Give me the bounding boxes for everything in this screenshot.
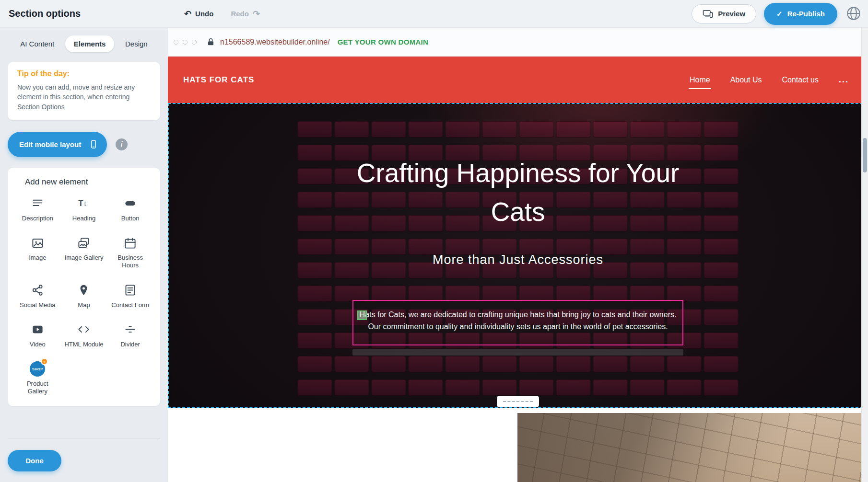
- hero-tile: [335, 262, 369, 278]
- hero-tile: [630, 262, 665, 278]
- tip-of-the-day-card: Tip of the day: Now you can add, move an…: [8, 62, 160, 120]
- element-map[interactable]: Map: [61, 283, 107, 309]
- preview-button[interactable]: Preview: [692, 4, 756, 23]
- element-button[interactable]: Button: [107, 196, 153, 222]
- scrollbar-track[interactable]: [861, 28, 868, 482]
- element-video[interactable]: Video: [14, 322, 61, 348]
- devices-icon: [703, 10, 713, 18]
- hero-tile: [446, 121, 480, 138]
- tab-design[interactable]: Design: [117, 35, 156, 52]
- hero-tile: [298, 379, 332, 396]
- mobile-layout-row: Edit mobile layout i: [8, 132, 160, 157]
- tip-title: Tip of the day:: [17, 69, 151, 78]
- site-url[interactable]: n1566589.websitebuilder.online/: [220, 38, 330, 46]
- hero-section[interactable]: Crafting Happiness for Your Cats More th…: [168, 103, 868, 408]
- hero-tile: [704, 356, 739, 372]
- element-html-module[interactable]: HTML Module: [61, 322, 107, 348]
- hero-tile: [593, 121, 628, 138]
- app-root: Section options ↶ Undo Redo ↷ P: [0, 0, 868, 482]
- scrollbar-thumb[interactable]: [863, 138, 867, 172]
- contact-form-icon: [124, 283, 137, 298]
- element-label: Button: [121, 215, 140, 222]
- element-label: Business Hours: [110, 254, 151, 270]
- get-domain-link[interactable]: GET YOUR OWN DOMAIN: [338, 38, 429, 46]
- add-element-title: Add new element: [25, 177, 153, 187]
- element-ghost-strip: [352, 349, 683, 356]
- hero-tile: [519, 356, 554, 372]
- add-new-element-card: Add new element Description T t: [8, 168, 160, 406]
- edit-mobile-label: Edit mobile layout: [19, 140, 81, 149]
- nav-about-us[interactable]: About Us: [729, 74, 763, 86]
- element-description[interactable]: Description: [14, 196, 61, 222]
- globe-icon[interactable]: [845, 5, 862, 23]
- tab-ai-content[interactable]: AI Content: [12, 35, 63, 52]
- element-heading[interactable]: T t Heading: [61, 196, 107, 222]
- element-label: Image: [29, 254, 46, 262]
- hero-tile: [298, 262, 332, 278]
- nav-contact-us[interactable]: Contact us: [781, 74, 820, 86]
- site-logo[interactable]: HATS FOR CATS: [183, 75, 254, 85]
- undo-button[interactable]: ↶ Undo: [184, 10, 213, 18]
- next-section: [168, 408, 868, 482]
- hero-tile: [704, 309, 739, 325]
- hero-tile: [482, 356, 517, 372]
- image-gallery-icon: [77, 236, 90, 250]
- hero-tile: [667, 356, 702, 372]
- site-nav: Home About Us Contact us ...: [689, 73, 850, 87]
- hero-tile: [630, 121, 665, 138]
- topbar-actions: Preview ✓ Re-Publish: [692, 3, 862, 25]
- republish-button[interactable]: ✓ Re-Publish: [764, 3, 837, 25]
- element-resize-handle[interactable]: [357, 310, 367, 320]
- hero-tile: [593, 356, 628, 372]
- element-business-hours[interactable]: Business Hours: [107, 236, 153, 270]
- element-image-gallery[interactable]: Image Gallery: [61, 236, 107, 270]
- element-divider[interactable]: Divider: [107, 322, 153, 348]
- dashed-line-icon: [503, 401, 533, 402]
- element-product-gallery[interactable]: SHOP ↑ Product Gallery: [14, 362, 61, 396]
- hero-tile: [704, 262, 739, 278]
- browser-bar: n1566589.websitebuilder.online/ GET YOUR…: [168, 28, 868, 57]
- divider: [8, 438, 160, 438]
- image-icon: [31, 236, 44, 250]
- hero-tile: [519, 379, 554, 396]
- hero-tile: [335, 356, 369, 372]
- topbar: Section options ↶ Undo Redo ↷ P: [0, 0, 868, 28]
- element-contact-form[interactable]: Contact Form: [107, 283, 153, 309]
- element-label: Divider: [120, 341, 140, 348]
- hero-tile: [556, 121, 591, 138]
- hero-tile: [298, 239, 332, 255]
- hero-subheading[interactable]: More than Just Accessories: [433, 252, 603, 267]
- done-button[interactable]: Done: [8, 450, 61, 471]
- hero-heading[interactable]: Crafting Happiness for Your Cats: [331, 154, 705, 231]
- section-resize-handle[interactable]: ↑: [497, 396, 539, 407]
- hero-tile: [704, 286, 739, 302]
- hero-tile: [409, 379, 443, 396]
- hero-tile: [630, 239, 665, 255]
- republish-label: Re-Publish: [787, 10, 825, 18]
- hero-tile: [704, 145, 739, 161]
- site-header: HATS FOR CATS Home About Us Contact us .…: [168, 57, 868, 103]
- element-image[interactable]: Image: [14, 236, 61, 270]
- hero-tile: [372, 379, 406, 396]
- hero-tile: [667, 379, 702, 396]
- hero-tile: [667, 262, 702, 278]
- element-social-media[interactable]: Social Media: [14, 283, 61, 309]
- edit-mobile-layout-button[interactable]: Edit mobile layout: [8, 132, 107, 157]
- lock-icon: [206, 37, 215, 46]
- hero-tile: [298, 356, 332, 372]
- nav-more-icon[interactable]: ...: [838, 73, 850, 87]
- redo-button[interactable]: Redo ↷: [231, 10, 260, 18]
- product-gallery-icon: SHOP ↑: [30, 362, 45, 376]
- hero-tile: [298, 168, 332, 184]
- nav-home[interactable]: Home: [689, 74, 711, 86]
- element-label: Product Gallery: [17, 380, 58, 396]
- tab-elements[interactable]: Elements: [65, 35, 115, 52]
- info-icon[interactable]: i: [116, 138, 128, 150]
- element-label: Map: [78, 301, 90, 309]
- hero-tile: [704, 239, 739, 255]
- hero-tile: [298, 215, 332, 231]
- hero-tile: [446, 356, 480, 372]
- paragraph-element[interactable]: Hats for Cats, we are dedicated to craft…: [352, 300, 683, 345]
- hero-tile: [704, 168, 739, 184]
- undo-label: Undo: [195, 10, 213, 18]
